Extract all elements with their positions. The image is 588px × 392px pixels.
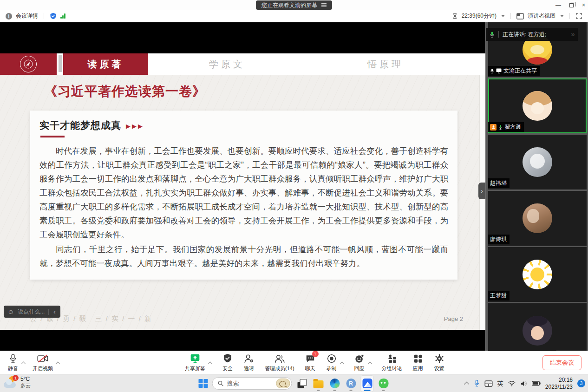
timer-caret-icon[interactable]: [501, 15, 505, 17]
heading-arrows-icon: ▶▶▶: [126, 121, 144, 130]
emoji-icon[interactable]: ☺: [7, 308, 14, 315]
edge-browser-button[interactable]: [329, 376, 341, 392]
r-app-button[interactable]: R: [345, 376, 357, 392]
banner-menu-icon[interactable]: [321, 3, 327, 7]
share-options-caret[interactable]: [208, 362, 213, 366]
meeting-timer[interactable]: 22:39(60分钟): [462, 12, 497, 20]
meeting-window: 您正在观看文渝的屏幕 — × i 会议详情 22:39(60分钟) 演讲者视图: [0, 0, 588, 392]
sidebar-expander[interactable]: ›: [478, 183, 485, 199]
participants-sidebar: 正在讲话: 翟方逍; » 文渝正在共享 翟方逍: [485, 22, 588, 351]
restore-button[interactable]: [569, 3, 574, 7]
minimize-button[interactable]: —: [555, 0, 561, 10]
meeting-controls-bar: 静音 开启视频 共享屏幕: [0, 351, 588, 374]
wechat-button[interactable]: [378, 376, 390, 392]
paragraph-2: 同志们，千里之行，始于足下。我们国家的发展前景十分光明，但道路不可能一帆风顺，蓝…: [39, 242, 448, 270]
window-controls: — ×: [555, 0, 585, 10]
mute-options-caret[interactable]: [21, 362, 26, 366]
section-heading: 实干才能梦想成真: [39, 119, 121, 132]
r-app-icon: R: [346, 379, 356, 388]
divider: [48, 309, 49, 315]
battery-icon[interactable]: [532, 381, 541, 386]
quick-chat-input[interactable]: 说点什么...: [18, 308, 45, 316]
search-highlight-thumbnail[interactable]: [276, 379, 290, 388]
touchpad-icon[interactable]: [484, 380, 493, 387]
participant-tile[interactable]: 王梦甜: [488, 247, 587, 302]
participant-tile[interactable]: 赵祎璠: [488, 135, 587, 189]
participant-tile-speaking[interactable]: 翟方逍: [488, 78, 587, 133]
participant-tile[interactable]: [488, 303, 587, 351]
apps-button[interactable]: 应用: [412, 353, 424, 372]
view-caret-icon[interactable]: [560, 15, 564, 17]
collapse-arrows-icon[interactable]: »: [571, 30, 574, 39]
members-icon: [274, 353, 285, 364]
mute-button[interactable]: 静音: [7, 353, 19, 372]
task-view-button[interactable]: [296, 376, 308, 392]
hidden-icons-chevron[interactable]: [464, 381, 469, 386]
start-video-button[interactable]: 开启视频: [33, 353, 53, 372]
avatar: [523, 147, 552, 177]
security-shield-icon: [222, 353, 233, 364]
network-signal-icon[interactable]: [60, 13, 65, 19]
windows-start-button[interactable]: [199, 379, 208, 388]
fullscreen-icon[interactable]: [575, 13, 582, 20]
shield-check-icon[interactable]: [50, 13, 57, 20]
breakout-rooms-button[interactable]: 分组讨论: [382, 353, 402, 372]
participant-label: 王梦甜: [488, 291, 510, 301]
end-meeting-button[interactable]: 结束会议: [542, 355, 581, 370]
tab-du-yuan-zhu[interactable]: 读原著: [63, 53, 148, 75]
page-number: Page 2: [444, 315, 463, 322]
taskbar-search[interactable]: 搜索: [212, 377, 292, 390]
search-placeholder: 搜索: [227, 379, 273, 388]
main-area: 读原著 学原文 悟原理 《习近平著作选读第一卷》 实干才能梦想成真 ▶▶▶ 时代: [0, 22, 588, 351]
tray-mic-icon[interactable]: [474, 379, 480, 387]
record-options-caret[interactable]: [340, 362, 344, 366]
smiley-icon: [354, 353, 365, 364]
chat-button[interactable]: 1 聊天: [305, 353, 316, 372]
slide-scrollbar[interactable]: [479, 75, 485, 330]
content-card: 实干才能梦想成真 ▶▶▶ 时代在发展，事业在创新，工会工作也要发展、也要创新。要…: [30, 111, 457, 280]
quick-chat-bar[interactable]: ☺ 说点什么... ‹: [4, 306, 60, 318]
meeting-app-button[interactable]: [361, 376, 373, 392]
view-mode-button[interactable]: 演讲者视图: [528, 12, 555, 20]
meeting-top-toolbar: i 会议详情 22:39(60分钟) 演讲者视图: [0, 10, 588, 22]
settings-button[interactable]: 设置: [434, 353, 445, 372]
taskbar-clock[interactable]: 20:16 2023/11/23: [545, 377, 573, 391]
weather-badge: 1: [13, 375, 19, 381]
speaking-text: 正在讲话: 翟方逍;: [503, 31, 546, 39]
speaker-icon[interactable]: [520, 380, 527, 387]
mic-icon: [490, 68, 494, 74]
search-icon: [218, 380, 224, 386]
view-layout-icon: [516, 13, 524, 20]
record-button[interactable]: 录制: [326, 353, 337, 372]
collapse-chat-icon[interactable]: ‹: [52, 308, 56, 315]
participant-label: 赵祎璠: [488, 178, 510, 188]
file-explorer-button[interactable]: [313, 376, 325, 392]
reactions-button[interactable]: 回应: [354, 353, 365, 372]
video-options-caret[interactable]: [56, 362, 60, 366]
divider: [44, 13, 44, 19]
avatar: [523, 203, 552, 233]
avatar: [523, 91, 552, 121]
reactions-options-caret[interactable]: [367, 362, 372, 366]
weather-cloud-icon: 1: [4, 376, 18, 389]
wifi-icon[interactable]: [508, 380, 516, 386]
manage-members-button[interactable]: 管理成员(14): [265, 353, 294, 372]
close-button[interactable]: ×: [582, 0, 585, 10]
weather-widget[interactable]: 1 5°C 多云: [4, 376, 31, 389]
ime-indicator[interactable]: 英: [497, 379, 503, 388]
share-screen-button[interactable]: 共享屏幕: [185, 353, 205, 372]
divider: [498, 31, 499, 38]
tab-xue-yuan-wen[interactable]: 学原文: [148, 53, 306, 75]
participant-label: 翟方逍: [488, 122, 524, 132]
folder-icon: [314, 380, 324, 388]
tab-wu-yuan-li[interactable]: 悟原理: [306, 53, 465, 75]
watching-banner[interactable]: 您正在观看文渝的屏幕: [256, 0, 332, 10]
share-screen-icon: [189, 353, 201, 364]
notification-badge[interactable]: 3: [577, 379, 585, 387]
participant-tile[interactable]: 廖诗琪: [488, 191, 587, 246]
presentation-slide: 读原著 学原文 悟原理 《习近平著作选读第一卷》 实干才能梦想成真 ▶▶▶ 时代: [0, 53, 485, 330]
invite-button[interactable]: 邀请: [243, 353, 255, 372]
slide-tabbar: 读原著 学原文 悟原理: [0, 53, 485, 75]
meeting-details-link[interactable]: 会议详情: [16, 12, 38, 20]
security-button[interactable]: 安全: [222, 353, 233, 372]
